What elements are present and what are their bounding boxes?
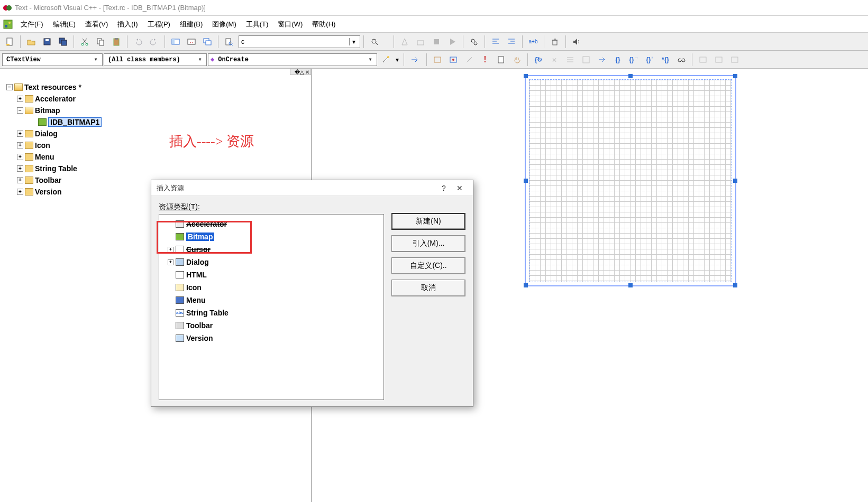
output-icon[interactable] [184,35,199,49]
win1-icon[interactable] [696,53,710,67]
type-cursor[interactable]: +Cursor [161,243,381,256]
debug-step2-icon[interactable] [446,53,461,67]
find-in-files-icon[interactable] [222,35,236,49]
resize-handle[interactable] [524,283,528,287]
tree-root[interactable]: − Text resources * [6,81,307,93]
resize-handle[interactable] [628,283,633,287]
type-string-table[interactable]: abcString Table [161,306,381,319]
brace-stop-icon[interactable]: ⨯ [547,53,562,67]
step-over-icon[interactable]: {}→ [626,53,641,67]
tree-item-string-table[interactable]: + String Table [17,163,307,174]
menu-file[interactable]: 文件(F) [17,17,47,31]
import-button[interactable]: 引入(M)... [391,235,465,252]
expand-icon[interactable]: + [17,177,23,183]
open-icon[interactable] [24,35,39,49]
sound-icon[interactable] [569,35,584,49]
watch-glasses-icon[interactable] [674,53,689,67]
brace-restart-icon[interactable]: {↻ [531,53,546,67]
class-combo[interactable]: CTextView ▾ [2,53,103,66]
build-compile-icon[interactable] [397,35,412,49]
resize-handle[interactable] [628,74,633,78]
debug-hand-icon[interactable] [509,53,524,67]
debug-doc-icon[interactable] [494,53,508,67]
undo-icon[interactable] [131,35,145,49]
paste-icon[interactable] [109,35,124,49]
expand-icon[interactable]: + [168,259,173,265]
new-button[interactable]: 新建(N) [391,213,465,230]
indent-right-icon[interactable] [504,35,519,49]
resize-handle[interactable] [524,179,528,183]
delete-icon[interactable] [547,35,562,49]
type-menu[interactable]: Menu [161,294,381,306]
tree-item-accelerator[interactable]: + Accelerator [17,93,307,105]
build-icon[interactable] [413,35,428,49]
type-toolbar[interactable]: Toolbar [161,319,381,332]
cancel-button[interactable]: 取消 [391,280,465,296]
copy-icon[interactable] [93,35,108,49]
menu-help[interactable]: 帮助(H) [308,17,339,31]
run-to-icon[interactable]: *{} [658,53,673,67]
win3-icon[interactable] [727,53,742,67]
dialog-help-button[interactable]: ? [436,184,452,192]
save-icon[interactable] [40,35,54,49]
step-arrow-icon[interactable] [595,53,609,67]
type-version[interactable]: Version [161,332,381,345]
bookmark-icon[interactable]: a+b [526,35,541,49]
resize-handle[interactable] [733,179,737,183]
collapse-icon[interactable]: − [6,84,13,90]
cut-icon[interactable] [77,35,92,49]
tree-item-dialog[interactable]: + Dialog [17,128,307,140]
expand-icon[interactable]: + [17,189,23,195]
menu-image[interactable]: 图像(M) [208,17,240,31]
menu-insert[interactable]: 插入(I) [114,17,141,31]
type-accelerator[interactable]: Accelerator [161,218,381,230]
menu-tools[interactable]: 工具(T) [242,17,272,31]
step-out-icon[interactable]: {}↑ [642,53,657,67]
dialog-close-button[interactable]: ✕ [452,184,468,192]
search-icon[interactable] [367,35,382,49]
resize-handle[interactable] [733,283,737,287]
dialog-titlebar[interactable]: 插入资源 ? ✕ [151,180,473,196]
workspace-icon[interactable] [168,35,183,49]
resize-handle[interactable] [733,74,737,78]
new-doc-icon[interactable] [2,35,17,49]
stop-build-icon[interactable] [429,35,444,49]
win2-icon[interactable] [711,53,726,67]
find-next-icon[interactable] [467,35,481,49]
menu-project[interactable]: 工程(P) [144,17,174,31]
expand-icon[interactable]: + [168,247,173,253]
resize-handle[interactable] [524,74,528,78]
wizard-wand-icon[interactable] [378,53,393,67]
redo-icon[interactable] [147,35,161,49]
type-html[interactable]: HTML [161,268,381,281]
resource-type-list[interactable]: Accelerator Bitmap +Cursor +Dialog HTML … [159,214,384,400]
tree-item-idb-bitmap1[interactable]: IDB_BITMAP1 [38,116,307,128]
expand-icon[interactable]: + [17,96,23,102]
menu-window[interactable]: 窗口(W) [274,17,306,31]
collapse-icon[interactable]: − [17,107,23,114]
menu-build[interactable]: 组建(B) [176,17,206,31]
brace-box-icon[interactable] [579,53,593,67]
expand-icon[interactable]: + [17,131,23,137]
brace-list-icon[interactable] [563,53,578,67]
bitmap-editor-canvas[interactable] [525,75,736,286]
type-dialog[interactable]: +Dialog [161,256,381,268]
expand-icon[interactable]: + [17,142,23,148]
expand-icon[interactable]: + [17,165,23,172]
tree-item-icon[interactable]: + Icon [17,140,307,151]
type-bitmap[interactable]: Bitmap [161,230,381,243]
expand-icon[interactable]: + [17,154,23,160]
debug-exclaim-icon[interactable]: ! [478,53,492,67]
pane-controls[interactable]: �△✕ [290,69,311,75]
save-all-icon[interactable] [56,35,70,49]
go-icon[interactable] [407,53,422,67]
type-icon[interactable]: Icon [161,281,381,294]
menu-edit[interactable]: 编辑(E) [49,17,79,31]
tree-item-bitmap[interactable]: − Bitmap [17,105,307,116]
step-into-icon[interactable]: {} [610,53,625,67]
menu-view[interactable]: 查看(V) [81,17,112,31]
indent-left-icon[interactable] [488,35,503,49]
custom-button[interactable]: 自定义(C).. [391,257,465,274]
debug-step1-icon[interactable] [430,53,445,67]
debug-step3-icon[interactable] [462,53,477,67]
